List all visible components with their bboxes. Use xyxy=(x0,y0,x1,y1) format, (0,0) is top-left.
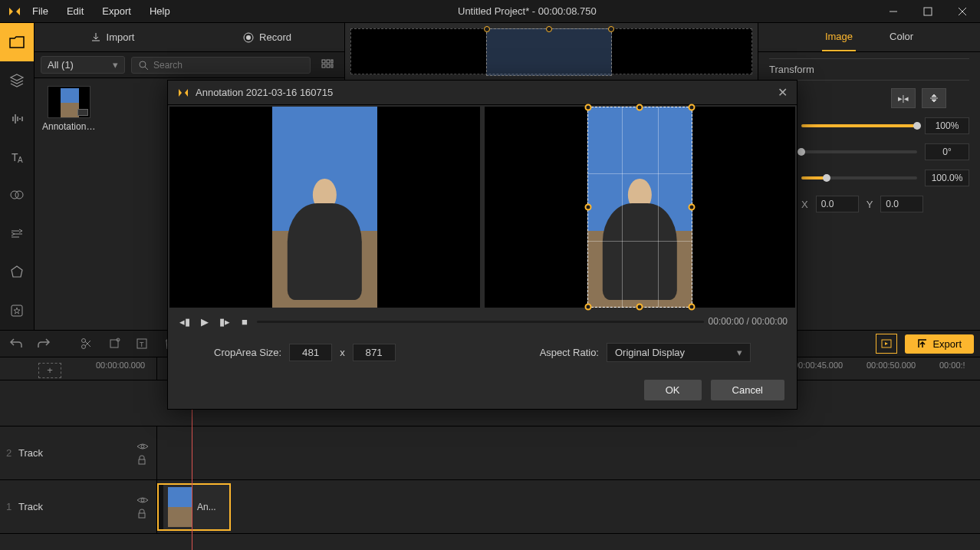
aspect-ratio-dropdown[interactable]: Original Display xyxy=(607,343,751,362)
visibility-icon[interactable] xyxy=(136,442,149,451)
search-box[interactable] xyxy=(131,57,311,74)
x-label: X xyxy=(801,199,808,210)
crop-width-input[interactable] xyxy=(289,344,332,361)
video-original xyxy=(169,107,480,308)
grid-view-button[interactable] xyxy=(317,56,338,74)
svg-rect-14 xyxy=(327,60,330,63)
record-icon xyxy=(242,31,255,44)
window-title: Untitled Project* - 00:00:08.750 xyxy=(458,5,597,17)
maximize-button[interactable] xyxy=(911,0,945,23)
svg-rect-1 xyxy=(924,8,932,15)
svg-point-10 xyxy=(246,35,251,40)
play-button[interactable]: ▶ xyxy=(197,314,212,329)
app-logo xyxy=(8,5,21,18)
tab-import[interactable]: Import xyxy=(35,23,189,51)
tab-image[interactable]: Image xyxy=(822,23,856,51)
redo-button[interactable] xyxy=(34,334,54,354)
ok-button[interactable]: OK xyxy=(644,380,702,400)
search-input[interactable] xyxy=(153,60,304,71)
close-button[interactable] xyxy=(945,0,980,23)
crop-height-input[interactable] xyxy=(353,344,396,361)
crop-size-label: CropArea Size: xyxy=(214,347,281,358)
minimize-button[interactable] xyxy=(876,0,911,23)
rail-effects[interactable] xyxy=(0,176,34,215)
rotate-slider[interactable] xyxy=(801,150,917,153)
tab-import-label: Import xyxy=(107,31,135,43)
app-logo-icon xyxy=(177,87,189,99)
rail-text[interactable]: TA xyxy=(0,138,34,176)
svg-rect-13 xyxy=(322,60,325,63)
split-button[interactable] xyxy=(77,334,97,354)
opacity-slider[interactable] xyxy=(801,124,917,127)
rail-audio[interactable] xyxy=(0,100,34,138)
position-y-input[interactable] xyxy=(880,196,923,212)
scale-value[interactable]: 100.0% xyxy=(925,170,969,186)
flip-horizontal-button[interactable]: ▸|◂ xyxy=(891,88,916,108)
svg-point-7 xyxy=(15,191,23,199)
y-label: Y xyxy=(867,199,873,210)
svg-line-12 xyxy=(145,67,148,70)
svg-rect-29 xyxy=(139,513,145,518)
step-back-button[interactable]: ◂▮ xyxy=(177,314,192,329)
step-forward-button[interactable]: ▮▸ xyxy=(217,314,232,329)
svg-rect-16 xyxy=(327,64,330,68)
playback-progress[interactable] xyxy=(257,321,704,323)
visibility-icon[interactable] xyxy=(136,496,149,505)
svg-point-20 xyxy=(82,345,86,349)
media-item-label: Annotation ... xyxy=(42,121,96,132)
media-filter-dropdown[interactable]: All (1) xyxy=(41,56,125,74)
svg-point-11 xyxy=(140,61,146,68)
track-1-header[interactable]: 1 Track xyxy=(0,480,156,534)
svg-text:T: T xyxy=(140,341,144,348)
add-track-button[interactable]: + xyxy=(38,363,61,378)
position-x-input[interactable] xyxy=(816,196,859,212)
tab-color[interactable]: Color xyxy=(886,23,916,51)
opacity-value[interactable]: 100% xyxy=(925,117,969,134)
import-icon xyxy=(90,31,102,44)
svg-text:A: A xyxy=(18,156,23,164)
rail-media[interactable] xyxy=(0,23,34,61)
preview-canvas[interactable] xyxy=(350,28,752,74)
svg-rect-17 xyxy=(331,60,333,63)
playback-time: 00:00:00 / 00:00:00 xyxy=(709,316,788,327)
svg-point-6 xyxy=(11,191,18,199)
marker-button[interactable]: T xyxy=(132,334,152,354)
menu-help[interactable]: Help xyxy=(142,2,178,20)
lock-icon[interactable] xyxy=(136,508,149,519)
flip-vertical-button[interactable] xyxy=(922,88,946,108)
crop-button[interactable] xyxy=(104,334,124,354)
left-rail: TA xyxy=(0,23,35,330)
crop-overlay[interactable] xyxy=(587,107,693,308)
scale-slider[interactable] xyxy=(801,176,917,179)
dialog-close-button[interactable]: ✕ xyxy=(778,85,788,100)
rail-favorites[interactable] xyxy=(0,291,34,330)
aspect-ratio-label: Aspect Ratio: xyxy=(540,347,599,358)
lock-icon[interactable] xyxy=(136,454,149,465)
timeline-clip[interactable]: An... xyxy=(157,483,231,531)
menu-export[interactable]: Export xyxy=(94,2,139,20)
cancel-button[interactable]: Cancel xyxy=(711,380,784,400)
track-2-header[interactable]: 2 Track xyxy=(0,426,156,480)
selection-rect[interactable] xyxy=(486,28,612,76)
rail-layers[interactable] xyxy=(0,61,34,100)
video-crop-preview[interactable] xyxy=(485,107,795,308)
stop-button[interactable]: ■ xyxy=(237,314,252,329)
svg-rect-15 xyxy=(322,64,325,68)
svg-point-28 xyxy=(141,499,144,502)
dialog-title: Annotation 2021-03-16 160715 xyxy=(196,87,333,98)
media-item[interactable]: Annotation ... xyxy=(42,86,96,132)
svg-point-19 xyxy=(82,339,86,343)
rail-elements[interactable] xyxy=(0,253,34,291)
rotate-value[interactable]: 0° xyxy=(925,143,969,160)
export-options-button[interactable] xyxy=(876,334,897,354)
rail-transitions[interactable] xyxy=(0,215,34,253)
svg-rect-27 xyxy=(139,459,145,464)
undo-button[interactable] xyxy=(6,334,26,354)
menu-file[interactable]: File xyxy=(25,2,56,20)
export-button[interactable]: Export xyxy=(905,334,974,354)
tab-record-label: Record xyxy=(259,31,291,43)
tab-record[interactable]: Record xyxy=(189,23,344,51)
menu-edit[interactable]: Edit xyxy=(59,2,91,20)
svg-point-26 xyxy=(141,445,144,448)
crop-dialog: Annotation 2021-03-16 160715 ✕ xyxy=(167,80,797,410)
